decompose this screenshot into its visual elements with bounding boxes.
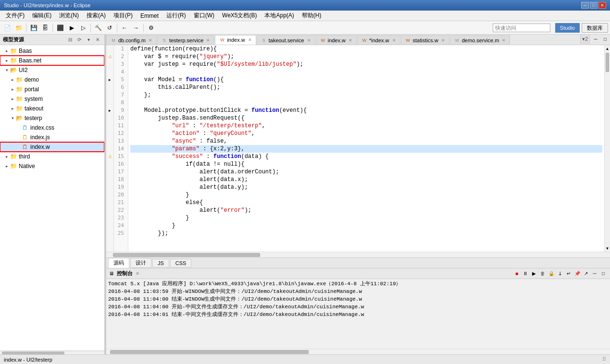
hscroll-thumb[interactable] bbox=[113, 253, 260, 257]
tab-db-config[interactable]: M db.config.m ✕ bbox=[106, 35, 157, 45]
sidebar-menu-icon[interactable]: ▾ bbox=[85, 36, 92, 44]
tab-star-index-w[interactable]: W *index.w ✕ bbox=[357, 35, 400, 45]
tab-demo-service-close[interactable]: ✕ bbox=[502, 38, 506, 43]
toolbar-new[interactable]: 📄 bbox=[2, 23, 12, 33]
demo-toggle-icon[interactable]: ▸ bbox=[10, 77, 15, 82]
tab-takeout-service-close[interactable]: ✕ bbox=[307, 38, 311, 43]
tab-testerp-service[interactable]: S testerp.service ✕ bbox=[157, 35, 215, 45]
menu-edit[interactable]: 编辑(E) bbox=[28, 11, 55, 21]
sidebar-item-demo[interactable]: ▸ 📁 demo bbox=[0, 75, 104, 85]
toolbar-run[interactable]: ▶ bbox=[66, 23, 77, 33]
menu-project[interactable]: 项目(P) bbox=[110, 11, 137, 21]
menu-emmet[interactable]: Emmet bbox=[137, 12, 162, 20]
editor-vscroll[interactable]: ▲ ▼ bbox=[604, 45, 610, 252]
tab-db-config-close[interactable]: ✕ bbox=[149, 38, 152, 43]
console-resume-icon[interactable]: ▶ bbox=[530, 270, 538, 278]
tab-index-w[interactable]: W index.w ✕ bbox=[215, 35, 256, 45]
third-toggle-icon[interactable]: ▸ bbox=[4, 154, 10, 159]
console-minimize-icon[interactable]: ─ bbox=[591, 270, 598, 278]
console-word-wrap-icon[interactable]: ↵ bbox=[565, 270, 573, 278]
search-input[interactable] bbox=[493, 24, 550, 32]
vscroll-up[interactable]: ▲ bbox=[605, 45, 610, 52]
tab-minimize-btn[interactable]: ─ bbox=[591, 35, 600, 44]
studio-button[interactable]: Studio bbox=[555, 23, 580, 33]
console-hscroll-thumb[interactable] bbox=[110, 350, 309, 354]
console-scroll-lock-icon[interactable]: 🔒 bbox=[548, 270, 555, 278]
sidebar-hscroll[interactable] bbox=[0, 351, 104, 354]
sidebar-sync-icon[interactable]: ⟳ bbox=[75, 36, 83, 44]
menu-run[interactable]: 运行(R) bbox=[162, 11, 190, 21]
close-button[interactable]: ✕ bbox=[598, 2, 606, 9]
toolbar-forward[interactable]: → bbox=[131, 23, 141, 33]
vscroll-thumb[interactable] bbox=[606, 53, 609, 72]
editor-tab-source[interactable]: 源码 bbox=[108, 258, 129, 268]
console-maximize-icon[interactable]: □ bbox=[599, 270, 607, 278]
menu-window[interactable]: 窗口(W) bbox=[190, 11, 218, 21]
baas-net-toggle-icon[interactable]: ▸ bbox=[4, 58, 10, 63]
console-close-icon[interactable]: ✕ bbox=[136, 271, 139, 276]
tab-testerp-service-close[interactable]: ✕ bbox=[206, 38, 210, 43]
menu-help[interactable]: 帮助(H) bbox=[298, 11, 325, 21]
sidebar-collapse-all-icon[interactable]: ⊟ bbox=[66, 36, 74, 44]
toolbar-back[interactable]: ← bbox=[119, 23, 130, 33]
maximize-button[interactable]: □ bbox=[590, 2, 598, 9]
toolbar-debug[interactable]: ⬛ bbox=[55, 23, 65, 33]
sidebar-close-icon[interactable]: ✕ bbox=[94, 36, 101, 44]
baas-toggle-icon[interactable]: ▸ bbox=[4, 49, 10, 53]
sidebar-item-portal[interactable]: ▸ 📁 portal bbox=[0, 85, 104, 94]
sidebar-item-index-w[interactable]: 🗒 index.w bbox=[0, 142, 104, 152]
menu-search[interactable]: 搜索(A) bbox=[83, 11, 110, 21]
tab-statistics-w-close[interactable]: ✕ bbox=[441, 38, 445, 43]
sidebar-item-third[interactable]: ▸ 📁 third bbox=[0, 152, 104, 161]
menu-browse[interactable]: 浏览(N) bbox=[55, 11, 83, 21]
console-pin-icon[interactable]: 📌 bbox=[573, 270, 581, 278]
editor-tab-design[interactable]: 设计 bbox=[130, 258, 151, 268]
sidebar-item-takeout[interactable]: ▸ 📁 takeout bbox=[0, 104, 104, 113]
console-clear-icon[interactable]: 🗑 bbox=[539, 270, 547, 278]
sidebar-item-ui2[interactable]: ▾ 📂 UI2 bbox=[0, 65, 104, 75]
menu-wex5[interactable]: WeX5文档(B) bbox=[218, 11, 261, 21]
ui2-toggle-icon[interactable]: ▾ bbox=[4, 68, 10, 73]
console-stop-icon[interactable]: ■ bbox=[513, 270, 521, 278]
editor-tab-css[interactable]: CSS bbox=[170, 259, 192, 267]
console-open-icon[interactable]: ↗ bbox=[582, 270, 590, 278]
tab-demo-service[interactable]: M demo.service.m ✕ bbox=[450, 35, 510, 45]
code-content[interactable]: define(function(require){ var $ = requir… bbox=[128, 45, 604, 252]
vscroll-down[interactable]: ▼ bbox=[605, 245, 610, 252]
toolbar-open[interactable]: 📁 bbox=[13, 23, 24, 33]
sidebar-item-baas[interactable]: ▸ 📁 Baas bbox=[0, 46, 104, 56]
db-button[interactable]: 数据库 bbox=[582, 23, 608, 33]
portal-toggle-icon[interactable]: ▸ bbox=[10, 87, 15, 92]
menu-file[interactable]: 文件(F) bbox=[2, 11, 28, 21]
tab-takeout-service[interactable]: S takeout.service ✕ bbox=[257, 35, 315, 45]
tab-maximize-btn[interactable]: □ bbox=[600, 35, 610, 44]
takeout-toggle-icon[interactable]: ▸ bbox=[10, 106, 15, 111]
console-scroll-end-icon[interactable]: ⤓ bbox=[556, 270, 564, 278]
native-toggle-icon[interactable]: ▸ bbox=[4, 164, 10, 169]
sidebar-item-index-css[interactable]: 🗒 index.css bbox=[0, 123, 104, 133]
minimize-button[interactable]: ─ bbox=[581, 2, 589, 9]
testerp-toggle-icon[interactable]: ▾ bbox=[10, 116, 15, 121]
sidebar-item-index-js[interactable]: 🗒 index.js bbox=[0, 133, 104, 142]
sidebar-item-system[interactable]: ▸ 📁 system bbox=[0, 94, 104, 104]
toolbar-refresh[interactable]: ↺ bbox=[104, 23, 115, 33]
tab-index-w2[interactable]: W index.w ✕ bbox=[316, 35, 357, 45]
sidebar-item-native[interactable]: ▸ 📁 Native bbox=[0, 161, 104, 171]
sidebar-item-testerp[interactable]: ▾ 📂 testerp bbox=[0, 113, 104, 123]
menu-local-app[interactable]: 本地App(A) bbox=[261, 11, 298, 21]
tab-statistics-w[interactable]: W statistics.w ✕ bbox=[401, 35, 449, 45]
tab-index-w-close[interactable]: ✕ bbox=[248, 37, 252, 42]
toolbar-run2[interactable]: ▷ bbox=[78, 23, 88, 33]
toolbar-build[interactable]: 🔨 bbox=[93, 23, 103, 33]
vscroll-track[interactable] bbox=[605, 52, 610, 245]
console-pause-icon[interactable]: ⏸ bbox=[522, 270, 529, 278]
tab-star-index-w-close[interactable]: ✕ bbox=[392, 38, 396, 43]
tab-index-w2-close[interactable]: ✕ bbox=[349, 38, 352, 43]
toolbar-misc[interactable]: ⚙ bbox=[146, 23, 156, 33]
console-hscroll[interactable] bbox=[106, 349, 610, 354]
toolbar-save[interactable]: 💾 bbox=[28, 23, 39, 33]
editor-tab-js[interactable]: JS bbox=[152, 259, 169, 267]
editor-hscroll[interactable] bbox=[106, 252, 610, 257]
tab-overflow-btn[interactable]: ▾2 bbox=[580, 35, 590, 44]
system-toggle-icon[interactable]: ▸ bbox=[10, 97, 15, 101]
